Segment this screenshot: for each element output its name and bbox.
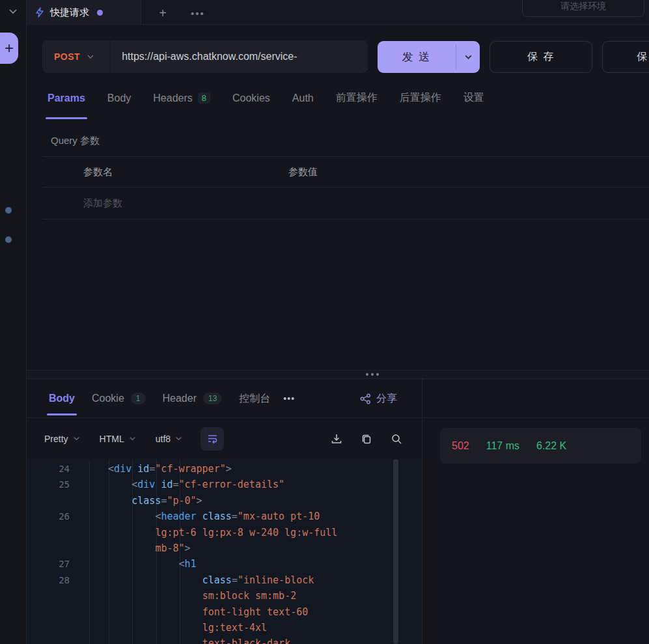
response-tabs-more-icon[interactable]: ••• [283, 393, 295, 404]
token: "p-0" [167, 495, 196, 507]
query-params-table: 参数名 参数值 添加参数 [42, 156, 649, 219]
new-tab-button[interactable]: + [154, 5, 171, 21]
token: = [149, 463, 155, 475]
search-icon[interactable] [391, 433, 402, 445]
save-label: 保 存 [527, 50, 555, 64]
tab-label: Body [49, 393, 75, 404]
token: > [185, 542, 191, 554]
left-rail: + [0, 0, 27, 644]
tab-auth[interactable]: Auth [292, 75, 314, 121]
gutter-divider [70, 461, 90, 477]
save-button[interactable]: 保 存 [490, 41, 592, 73]
response-tab-body[interactable]: Body [49, 379, 75, 418]
gutter-divider [70, 509, 90, 524]
send-options-chevron-icon[interactable] [456, 41, 480, 73]
line-number [27, 620, 70, 636]
tab-label: Auth [292, 92, 314, 104]
gutter-divider [70, 477, 90, 492]
response-tab-cookie[interactable]: Cookie1 [92, 379, 146, 418]
response-tabs: BodyCookie1Header13控制台••• [49, 379, 295, 418]
response-tab-控制台[interactable]: 控制台 [239, 379, 270, 418]
code-line: sm:block sm:mb-2 [27, 588, 422, 604]
url-input[interactable]: https://api-aws.chatknow.com/service- [111, 51, 368, 63]
tab-前置操作[interactable]: 前置操作 [336, 75, 378, 121]
token: font-light text-60 [202, 606, 309, 618]
add-param-row[interactable]: 添加参数 [42, 187, 649, 219]
tab-cookies[interactable]: Cookies [232, 75, 270, 121]
response-tab-header[interactable]: Header13 [163, 379, 223, 418]
panel-splitter[interactable] [27, 370, 649, 379]
share-button[interactable]: 分享 [360, 379, 397, 418]
gutter-divider [70, 620, 90, 636]
tab-count-badge: 1 [131, 393, 146, 404]
status-code: 502 [452, 440, 469, 452]
token: id [161, 479, 173, 490]
token: "cf-error-details" [178, 479, 284, 490]
save-as-button[interactable]: 保存为 [602, 41, 649, 73]
tab-headers[interactable]: Headers8 [153, 75, 210, 121]
code-text: class="inline-block [90, 572, 314, 588]
tab-params[interactable]: Params [48, 75, 85, 121]
request-tabs: ParamsBodyHeaders8CookiesAuth前置操作后置操作设置 [27, 75, 649, 121]
token: > [197, 495, 202, 507]
copy-icon[interactable] [361, 433, 372, 445]
plus-icon: + [5, 40, 14, 56]
gutter-divider [70, 604, 90, 620]
chevron-down-icon [129, 435, 136, 442]
code-line: mb-8"> [27, 540, 422, 556]
share-label: 分享 [376, 392, 397, 406]
code-line: 24<div id="cf-wrapper"> [27, 461, 422, 477]
method-select[interactable]: POST [42, 51, 80, 62]
token: header [161, 511, 196, 522]
token: lg:pt-6 lg:px-8 w-240 lg:w-full [155, 527, 337, 539]
rail-dot-indicator[interactable] [5, 207, 12, 214]
chevron-down-icon[interactable] [87, 53, 94, 61]
line-number: 24 [27, 461, 70, 477]
gutter-divider [70, 572, 90, 588]
request-tab-title: 快捷请求 [50, 7, 89, 19]
tab-body[interactable]: Body [107, 75, 131, 121]
token: div [137, 479, 155, 490]
gutter-divider [70, 540, 90, 556]
status-time: 117 ms [486, 440, 519, 452]
environment-select[interactable]: 请选择环境 [522, 0, 644, 17]
chevron-down-icon [175, 435, 182, 442]
language-select[interactable]: HTML [100, 434, 136, 444]
code-text: lg:text-4xl [90, 620, 267, 636]
tab-label: Body [107, 92, 131, 104]
send-label: 发 送 [378, 41, 456, 73]
tab-more-icon[interactable]: ••• [188, 5, 208, 21]
token: id [137, 463, 149, 475]
encoding-value: utf8 [156, 434, 171, 444]
token: "mx-auto pt-10 [238, 511, 320, 522]
encoding-select[interactable]: utf8 [156, 434, 182, 444]
format-select[interactable]: Pretty [44, 434, 80, 444]
token: = [232, 574, 238, 586]
tab-后置操作[interactable]: 后置操作 [400, 75, 441, 121]
send-button[interactable]: 发 送 [378, 41, 480, 73]
token: > [226, 463, 232, 475]
new-request-button[interactable]: + [0, 33, 18, 64]
line-number: 27 [27, 556, 70, 572]
tab-label: 控制台 [239, 392, 270, 406]
code-viewer[interactable]: 24<div id="cf-wrapper">25<div id="cf-err… [27, 459, 422, 644]
collapse-chevron-icon[interactable] [7, 5, 19, 17]
table-header-row: 参数名 参数值 [42, 156, 649, 187]
code-lines: 24<div id="cf-wrapper">25<div id="cf-err… [27, 461, 422, 644]
code-scrollbar[interactable] [393, 459, 398, 644]
tab-设置[interactable]: 设置 [463, 75, 484, 121]
share-icon [360, 393, 371, 404]
line-number [27, 604, 70, 620]
code-line: lg:text-4xl [27, 620, 422, 636]
rail-dot-indicator[interactable] [5, 236, 12, 243]
response-header: BodyCookie1Header13控制台••• 分享 [27, 379, 649, 418]
drag-handle-icon[interactable] [366, 371, 379, 378]
gutter-divider [70, 525, 90, 540]
request-tab[interactable]: 快捷请求 [27, 0, 141, 25]
line-number: 26 [27, 509, 70, 524]
status-size: 6.22 K [536, 440, 566, 452]
top-tab-bar: 快捷请求 + ••• 请选择环境 [27, 0, 649, 25]
word-wrap-button[interactable] [200, 427, 224, 451]
download-icon[interactable] [331, 433, 342, 445]
token: sm:block sm:mb-2 [202, 590, 297, 602]
